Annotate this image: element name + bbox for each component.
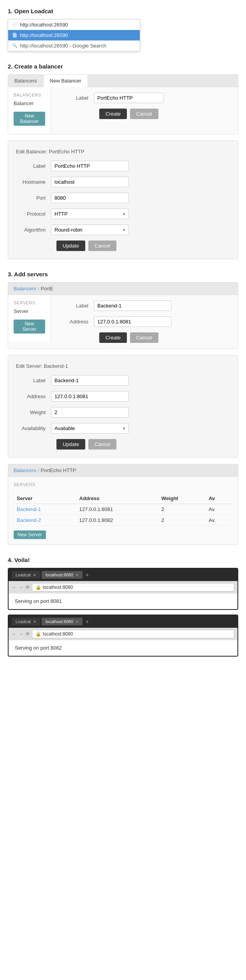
browser-tab-localhost-label-1: localhost:8080 [46, 573, 73, 577]
edit-server-availability-select[interactable]: Available Unavailable [51, 423, 129, 434]
edit-balancer-label-input[interactable] [51, 161, 129, 171]
server-name-cell-1: Backend-1 [14, 504, 76, 515]
browser-window-1: Loadcat ✕ localhost:8080 ✕ + ← → ⟳ 🔒 loc… [8, 568, 238, 610]
new-server-label-input[interactable] [94, 300, 172, 311]
new-server-label-label: Label [59, 303, 94, 309]
servers-table-panel: Balancers / PortEcho HTTP Servers Server… [8, 464, 238, 545]
step3-section: 3. Add servers Balancers / PortE Servers… [8, 271, 238, 545]
servers-table-body: Servers Server Address Weight Av Backend… [8, 477, 238, 544]
edit-server-label-input[interactable] [51, 375, 129, 386]
url-bar-browser-2[interactable]: 🔒 localhost:8080 [32, 630, 234, 638]
browser-tab-loadcat-label-2: Loadcat [16, 619, 31, 624]
edit-balancer-port-input[interactable] [51, 193, 129, 203]
browser-chrome-1: Loadcat ✕ localhost:8080 ✕ + [9, 569, 237, 581]
browser-content-1: Serving on port 8081 [9, 594, 237, 609]
browser-tab-close-localhost-1[interactable]: ✕ [76, 573, 79, 577]
cancel-update-balancer-button[interactable]: Cancel [88, 241, 116, 251]
edit-server-address-label: Address [16, 393, 51, 399]
new-server-address-label: Address [59, 319, 94, 325]
browser-tab-localhost-1[interactable]: localhost:8080 ✕ [42, 571, 83, 579]
new-balancer-button[interactable]: New Balancer [14, 112, 45, 126]
new-balancer-form-area: Label Create Cancel [51, 87, 238, 125]
new-tab-btn-1[interactable]: + [84, 572, 90, 578]
backend-2-link[interactable]: Backend-2 [17, 517, 41, 523]
breadcrumb-balancers-link[interactable]: Balancers [14, 286, 36, 292]
breadcrumb-portecho: PortEcho HTTP [40, 467, 76, 473]
tab-new-balancer[interactable]: New Balancer [44, 75, 88, 87]
browser-tab-loadcat-1[interactable]: Loadcat ✕ [12, 571, 40, 579]
edit-balancer-label-label: Label [16, 163, 51, 169]
browser-nav-2: ← → ⟳ 🔒 localhost:8080 [9, 628, 237, 640]
forward-btn-2[interactable]: → [19, 631, 23, 637]
forward-btn-1[interactable]: → [19, 585, 23, 590]
step2-section: 2. Create a balancer Balancers New Balan… [8, 63, 238, 259]
browser-content-text-1: Serving on port 8081 [15, 598, 62, 604]
update-server-button[interactable]: Update [56, 439, 85, 450]
servers-sidebar-label: Servers [8, 299, 51, 306]
new-server-btn-row: Create Cancel [99, 332, 230, 343]
new-server-address-row: Address [59, 316, 230, 327]
servers-table-head: Server Address Weight Av [14, 493, 232, 504]
balancer-panel: Balancers New Balancer Balancers Balance… [8, 74, 238, 134]
new-server-button-sidebar[interactable]: New Server [14, 320, 45, 334]
url-bar-browser-1[interactable]: 🔒 localhost:8080 [32, 583, 234, 592]
browser-content-2: Serving on port 8082 [9, 640, 237, 656]
browser-tab-close-localhost-2[interactable]: ✕ [76, 620, 79, 624]
edit-balancer-protocol-select-wrapper: HTTP HTTPS [51, 209, 129, 219]
add-server-panel: Balancers / PortE Servers Server New Ser… [8, 282, 238, 349]
tab-balancers[interactable]: Balancers [8, 75, 44, 87]
update-balancer-button[interactable]: Update [56, 241, 85, 251]
new-tab-btn-2[interactable]: + [84, 618, 90, 625]
url-suggestion-google[interactable]: 🔍 http://localhost:26590 - Google Search [8, 40, 140, 51]
browser-tab-loadcat-2[interactable]: Loadcat ✕ [12, 618, 40, 625]
back-btn-1[interactable]: ← [12, 585, 16, 590]
backend-1-link[interactable]: Backend-1 [17, 506, 41, 512]
edit-balancer-protocol-select[interactable]: HTTP HTTPS [51, 209, 129, 219]
cancel-create-server-button[interactable]: Cancel [130, 332, 158, 343]
table-row: Backend-1 127.0.0.1:8081 2 Av. [14, 504, 232, 515]
browser-nav-1: ← → ⟳ 🔒 localhost:8080 [9, 581, 237, 594]
reload-btn-2[interactable]: ⟳ [26, 631, 30, 637]
browser-tab-close-loadcat-1[interactable]: ✕ [33, 573, 36, 577]
new-balancer-label-input[interactable] [94, 93, 164, 103]
edit-server-address-input[interactable] [51, 391, 129, 402]
balancer-sidebar-item[interactable]: Balancer [8, 98, 51, 109]
new-server-address-input[interactable] [94, 316, 172, 327]
edit-server-availability-row: Availability Available Unavailable [16, 423, 230, 434]
servers-table-header: Balancers / PortEcho HTTP [8, 464, 238, 477]
url-suggestion-1[interactable]: 📄 http://localhost:26590 [8, 30, 140, 40]
edit-server-label-label: Label [16, 378, 51, 383]
col-header-weight: Weight [158, 493, 206, 504]
reload-btn-1[interactable]: ⟳ [26, 585, 30, 590]
new-balancer-label-label: Label [59, 95, 94, 101]
new-server-button-table[interactable]: New Server [14, 530, 46, 539]
url-dropdown: 📄 http://localhost:26590 📄 http://localh… [8, 19, 140, 51]
cancel-create-balancer-button[interactable]: Cancel [130, 109, 158, 119]
server-av-cell-1: Av. [206, 504, 232, 515]
cancel-update-server-button[interactable]: Cancel [88, 439, 116, 450]
edit-server-weight-input[interactable] [51, 407, 129, 418]
back-btn-2[interactable]: ← [12, 631, 16, 637]
server-sidebar-item[interactable]: Server [8, 306, 51, 316]
url-bar-row[interactable]: 📄 http://localhost:26590 [8, 19, 140, 30]
server-av-cell-2: Av. [206, 515, 232, 526]
balancer-tab-bar: Balancers New Balancer [8, 75, 238, 87]
edit-balancer-title: Edit Balancer: PortEcho HTTP [16, 149, 230, 155]
edit-balancer-hostname-input[interactable] [51, 177, 129, 187]
step3-title: 3. Add servers [8, 271, 238, 277]
add-server-panel-header: Balancers / PortE [8, 283, 238, 295]
breadcrumb-porte: PortE [40, 286, 53, 292]
edit-server-address-row: Address [16, 391, 230, 402]
add-server-sidebar: Servers Server New Server [8, 295, 51, 342]
breadcrumb-balancers-link-2[interactable]: Balancers [14, 467, 36, 473]
browser-tab-close-loadcat-2[interactable]: ✕ [33, 620, 36, 624]
balancer-sidebar: Balancers Balancer New Balancer [8, 87, 51, 134]
create-server-button[interactable]: Create [99, 332, 127, 343]
server-weight-cell-2: 2 [158, 515, 206, 526]
edit-balancer-algorithm-select[interactable]: Round-robin Least connections [51, 225, 129, 235]
edit-balancer-label-row: Label [16, 161, 230, 171]
edit-server-availability-label: Availability [16, 425, 51, 431]
breadcrumb-sep-2: / [38, 467, 39, 473]
create-balancer-button[interactable]: Create [99, 109, 127, 119]
browser-tab-localhost-2[interactable]: localhost:8080 ✕ [42, 618, 83, 625]
